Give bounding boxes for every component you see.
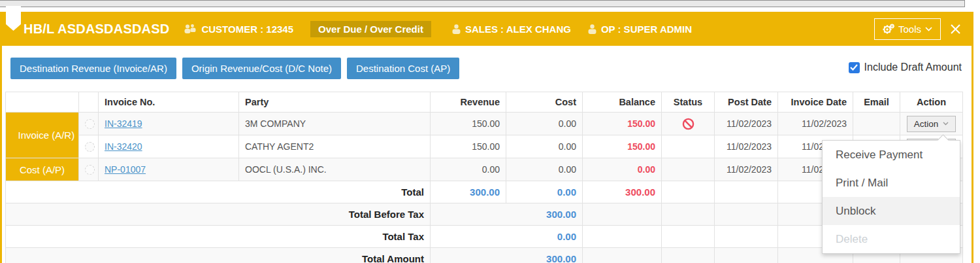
revenue-cell: 150.00 (431, 135, 506, 158)
shipment-finance-panel: HB/L ASDASDASDASD CUSTOMER : 12345 Over … (0, 0, 980, 263)
sales-label: SALES : ALEX CHANG (465, 24, 571, 35)
total-before-tax-label: Total Before Tax (6, 203, 431, 226)
person-icon (588, 24, 596, 34)
action-cell: Action (900, 113, 963, 135)
tools-label: Tools (898, 24, 921, 35)
cost-cell: 0.00 (506, 158, 583, 181)
status-cell (662, 158, 715, 181)
revenue-cell: 0.00 (431, 158, 506, 181)
table-row: IN-32420 CATHY AGENT2 150.00 0.00 150.00… (6, 135, 963, 158)
post-date-cell: 11/02/2023 (715, 135, 778, 158)
action-dropdown-menu: Receive Payment Print / Mail Unblock Del… (822, 140, 960, 254)
col-email: Email (853, 92, 900, 113)
menu-item-receive-payment[interactable]: Receive Payment (823, 141, 960, 169)
total-before-tax-row: Total Before Tax 300.00 (6, 203, 963, 226)
invoice-link[interactable]: NP-01007 (105, 164, 146, 175)
col-group (6, 92, 79, 113)
total-tax-value: 0.00 (431, 226, 583, 248)
col-balance: Balance (583, 92, 662, 113)
col-cost: Cost (506, 92, 583, 113)
row-select-radio[interactable] (85, 142, 95, 152)
group-cost-ap: Cost (A/P) (6, 158, 79, 181)
total-amount-value: 300.00 (431, 248, 583, 263)
customer-label: CUSTOMER : 12345 (201, 24, 293, 35)
customers-group-icon (184, 24, 197, 34)
cost-cell: 0.00 (506, 113, 583, 135)
invoice-table-wrap: Invoice No. Party Revenue Cost Balance S… (5, 92, 963, 263)
total-revenue: 300.00 (431, 181, 506, 203)
row-select-radio[interactable] (85, 165, 95, 175)
col-invoice-date: Invoice Date (778, 92, 853, 113)
table-header-row: Invoice No. Party Revenue Cost Balance S… (6, 92, 963, 113)
menu-item-unblock[interactable]: Unblock (823, 197, 960, 225)
blocked-icon (682, 118, 694, 130)
col-action: Action (900, 92, 963, 113)
op-label: OP : SUPER ADMIN (601, 24, 692, 35)
total-before-tax-value: 300.00 (431, 203, 583, 226)
post-date-cell: 11/02/2023 (715, 113, 778, 135)
tab-destination-revenue[interactable]: Destination Revenue (Invoice/AR) (10, 58, 176, 79)
total-cost: 0.00 (506, 181, 583, 203)
col-party: Party (239, 92, 431, 113)
balance-cell: 150.00 (583, 135, 662, 158)
total-tax-label: Total Tax (6, 226, 431, 248)
total-row: Total 300.00 0.00 300.00 (6, 181, 963, 203)
include-draft-label: Include Draft Amount (864, 61, 962, 73)
cost-cell: 0.00 (506, 135, 583, 158)
invoice-table: Invoice No. Party Revenue Cost Balance S… (5, 92, 963, 263)
post-date-cell: 11/02/2023 (715, 158, 778, 181)
status-cell (662, 113, 715, 135)
balance-cell: 0.00 (583, 158, 662, 181)
op-info: OP : SUPER ADMIN (588, 24, 692, 35)
page-title: HB/L ASDASDASDASD (24, 22, 169, 37)
invoice-link[interactable]: IN-32419 (105, 118, 142, 129)
total-amount-label: Total Amount (6, 248, 431, 263)
include-draft-checkbox[interactable] (849, 62, 860, 73)
col-revenue: Revenue (431, 92, 506, 113)
total-amount-row: Total Amount 300.00 (6, 248, 963, 263)
col-invoice-no: Invoice No. (99, 92, 239, 113)
menu-item-delete: Delete (823, 225, 960, 253)
customer-info: CUSTOMER : 12345 (184, 24, 293, 35)
party-cell: CATHY AGENT2 (239, 135, 431, 158)
top-divider-bar (0, 0, 965, 7)
table-row: Invoice (A/R) IN-32419 3M COMPANY 150.00… (6, 113, 963, 135)
gears-icon (883, 24, 894, 35)
chevron-down-icon (925, 27, 932, 31)
total-label: Total (6, 181, 431, 203)
sales-info: SALES : ALEX CHANG (452, 24, 571, 35)
col-post-date: Post Date (715, 92, 778, 113)
col-select (79, 92, 99, 113)
col-status: Status (662, 92, 715, 113)
total-balance: 300.00 (583, 181, 662, 203)
party-cell: 3M COMPANY (239, 113, 431, 135)
revenue-cost-tabs: Destination Revenue (Invoice/AR) Origin … (10, 58, 459, 79)
balance-cell: 150.00 (583, 113, 662, 135)
group-invoice-ar: Invoice (A/R) (6, 113, 79, 158)
table-row: Cost (A/P) NP-01007 OOCL (U.S.A.) INC. 0… (6, 158, 963, 181)
person-icon (452, 24, 461, 34)
menu-item-print-mail[interactable]: Print / Mail (823, 169, 960, 197)
revenue-cell: 150.00 (431, 113, 506, 135)
invoice-link[interactable]: IN-32420 (105, 141, 142, 152)
email-cell (853, 113, 900, 135)
tab-origin-revenue-cost[interactable]: Origin Revenue/Cost (D/C Note) (182, 58, 341, 79)
action-button[interactable]: Action (907, 116, 956, 132)
close-icon[interactable] (947, 21, 964, 37)
panel-header: HB/L ASDASDASDASD CUSTOMER : 12345 Over … (2, 12, 972, 46)
tab-destination-cost[interactable]: Destination Cost (AP) (347, 58, 459, 79)
tools-button[interactable]: Tools (874, 18, 941, 40)
overdue-badge: Over Due / Over Credit (310, 21, 431, 37)
status-cell (662, 135, 715, 158)
row-select-radio[interactable] (85, 119, 95, 129)
invoice-date-cell: 11/02/2023 (778, 113, 853, 135)
party-cell: OOCL (U.S.A.) INC. (239, 158, 431, 181)
include-draft-toggle[interactable]: Include Draft Amount (849, 61, 962, 73)
total-tax-row: Total Tax 0.00 (6, 226, 963, 248)
